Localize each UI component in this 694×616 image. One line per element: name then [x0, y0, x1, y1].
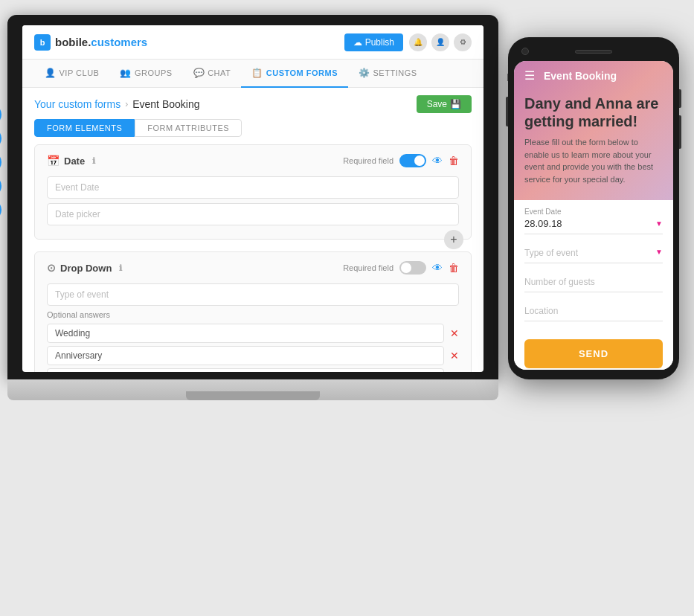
dropdown-field-card: ⊙ Drop Down ℹ Required field 👁 🗑 [34, 251, 472, 372]
vip-icon: 👤 [45, 68, 57, 78]
date-field-controls: Required field 👁 🗑 [343, 154, 459, 167]
sidebar-btn-grid[interactable]: ▦ [0, 152, 1, 173]
sidebar-btn-mail[interactable]: ✉ [0, 176, 1, 196]
breadcrumb-current: Event Booking [132, 98, 199, 110]
notification-icon[interactable]: 🔔 [409, 33, 427, 51]
answer-input-anniversary[interactable]: Anniversary [47, 346, 444, 365]
phone-location-group: Location [524, 301, 663, 321]
phone-type-event-placeholder[interactable]: Type of event ▼ [524, 243, 663, 263]
date-field-title: 📅 Date ℹ [47, 155, 95, 167]
laptop-bezel: b bobile. customers ☁ Publish 🔔 👤 ⚙ [7, 15, 498, 379]
phone-sensor [658, 48, 666, 55]
date-picker-input[interactable]: Date picker [47, 203, 459, 225]
tab-custom-forms[interactable]: 📋 CUSTOM FORMS [241, 60, 348, 88]
tab-groups[interactable]: 👥 GROUPS [109, 60, 182, 88]
date-add-button[interactable]: + [444, 230, 463, 249]
sub-tab-form-attributes[interactable]: FORM ATTRIBUTES [135, 119, 242, 137]
dropdown-required-toggle[interactable] [399, 261, 426, 275]
app-header: b bobile. customers ☁ Publish 🔔 👤 ⚙ [22, 25, 483, 60]
date-visibility-icon[interactable]: 👁 [432, 155, 443, 167]
save-button[interactable]: Save 💾 [417, 95, 472, 113]
answer-input-birthday[interactable]: Birthday [47, 368, 444, 372]
forms-icon: 📋 [251, 68, 263, 78]
phone-hero: Dany and Anna are getting married! Pleas… [524, 94, 663, 194]
answer-input-wedding[interactable]: Wedding [47, 324, 444, 343]
phone-guests-placeholder[interactable]: Number of guests [524, 272, 663, 292]
left-sidebar: → ☰ ▦ ✉ ⚙ [0, 104, 1, 220]
date-field-header: 📅 Date ℹ Required field 👁 🗑 [47, 154, 459, 167]
phone-location-placeholder[interactable]: Location [524, 301, 663, 321]
phone-guests-group: Number of guests [524, 272, 663, 292]
phone-main-title: Dany and Anna are getting married! [524, 94, 663, 130]
settings-nav-icon: ⚙️ [359, 68, 370, 78]
date-dropdown-arrow: ▼ [655, 219, 663, 228]
header-actions: ☁ Publish 🔔 👤 ⚙ [344, 33, 472, 51]
logo-text: bobile. [55, 36, 91, 48]
phone-app-title: Event Booking [544, 70, 617, 82]
event-date-input[interactable]: Event Date [47, 176, 459, 199]
hamburger-icon[interactable]: ☰ [524, 68, 535, 83]
publish-button[interactable]: ☁ Publish [344, 33, 403, 51]
phone-form-area: Event Date 28.09.18 ▼ Type of event ▼ Nu… [514, 200, 673, 370]
logo-icon: b [34, 34, 51, 51]
answer-row-anniversary: Anniversary ✕ [47, 346, 459, 365]
sub-tabs: FORM ELEMENTS FORM ATTRIBUTES [22, 119, 483, 137]
dropdown-delete-icon[interactable]: 🗑 [449, 262, 459, 274]
settings-icon[interactable]: ⚙ [454, 33, 472, 51]
date-field-card: 📅 Date ℹ Required field 👁 🗑 [34, 144, 472, 240]
type-dropdown-arrow: ▼ [655, 248, 663, 256]
dropdown-required-label: Required field [343, 263, 393, 272]
phone-app-header: ☰ Event Booking Dany and Anna are gettin… [514, 61, 673, 200]
laptop-container: → ☰ ▦ ✉ ⚙ b bobile. customers ☁ Publish [7, 15, 498, 431]
dropdown-visibility-icon[interactable]: 👁 [432, 262, 443, 274]
phone-event-date-value[interactable]: 28.09.18 ▼ [524, 218, 663, 234]
phone-screen: ☰ Event Booking Dany and Anna are gettin… [514, 61, 673, 370]
dropdown-field-header: ⊙ Drop Down ℹ Required field 👁 🗑 [47, 261, 459, 275]
phone-body: ☰ Event Booking Dany and Anna are gettin… [508, 37, 679, 379]
date-field-info[interactable]: ℹ [92, 156, 95, 166]
date-delete-icon[interactable]: 🗑 [449, 155, 459, 167]
phone-send-button[interactable]: SEND [524, 339, 663, 368]
breadcrumb-row: Your custom forms › Event Booking Save 💾 [22, 88, 483, 119]
phone-speaker [575, 50, 612, 54]
date-required-label: Required field [343, 156, 393, 165]
phone-vol-down [679, 115, 681, 149]
phone-power-btn [679, 89, 681, 108]
optional-answers-label: Optional answers [47, 310, 459, 319]
answer-delete-wedding[interactable]: ✕ [450, 327, 459, 339]
sidebar-btn-list[interactable]: ☰ [0, 128, 1, 149]
header-icons: 🔔 👤 ⚙ [409, 33, 472, 51]
dropdown-field-info[interactable]: ℹ [119, 263, 122, 273]
form-builder: 📅 Date ℹ Required field 👁 🗑 [22, 144, 483, 372]
laptop-screen: b bobile. customers ☁ Publish 🔔 👤 ⚙ [22, 25, 483, 372]
nav-tabs: 👤 VIP CLUB 👥 GROUPS 💬 CHAT 📋 CUSTOM FORM… [22, 60, 483, 88]
phone-event-date-label: Event Date [524, 208, 663, 216]
breadcrumb-link[interactable]: Your custom forms [34, 98, 121, 110]
date-toggle-knob [414, 155, 425, 166]
answer-delete-anniversary[interactable]: ✕ [450, 350, 459, 362]
phone-event-date-group: Event Date 28.09.18 ▼ [524, 208, 663, 234]
groups-icon: 👥 [120, 68, 132, 78]
sub-tab-form-elements[interactable]: FORM ELEMENTS [34, 119, 135, 137]
answer-row-wedding: Wedding ✕ [47, 324, 459, 343]
cloud-icon: ☁ [353, 37, 362, 48]
phone-sub-text: Please fill out the form below to enable… [524, 136, 663, 185]
tab-chat[interactable]: 💬 CHAT [183, 60, 242, 88]
phone-vol-up [506, 97, 508, 126]
answer-row-birthday: Birthday ✕ [47, 368, 459, 372]
chat-icon: 💬 [193, 68, 205, 78]
date-required-toggle[interactable] [399, 154, 426, 167]
logo-customers: customers [91, 36, 147, 48]
phone-type-event-group: Type of event ▼ [524, 243, 663, 263]
tab-settings[interactable]: ⚙️ SETTINGS [348, 60, 428, 88]
breadcrumb: Your custom forms › Event Booking [34, 98, 200, 110]
user-icon[interactable]: 👤 [431, 33, 449, 51]
tab-vip-club[interactable]: 👤 VIP CLUB [34, 60, 109, 88]
date-icon: 📅 [47, 155, 60, 167]
breadcrumb-separator: › [125, 99, 128, 109]
type-of-event-input[interactable]: Type of event [47, 283, 459, 306]
save-icon: 💾 [450, 99, 461, 109]
sidebar-btn-arrow[interactable]: → [0, 104, 1, 125]
laptop-hinge [186, 391, 320, 400]
sidebar-btn-gear[interactable]: ⚙ [0, 199, 1, 220]
